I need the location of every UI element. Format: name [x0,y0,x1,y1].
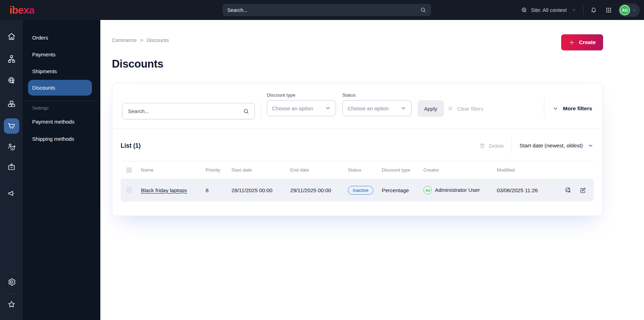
cell-modified: 03/06/2025 11:26 [497,187,562,193]
create-button[interactable]: Create [561,34,603,50]
chevron-down-icon [552,105,559,112]
breadcrumb-separator: > [140,37,143,43]
menu-item-orders[interactable]: Orders [28,30,92,46]
clear-filters-button[interactable]: Clear filters [447,100,484,117]
chevron-down-icon [400,105,407,111]
delete-label: Delete [489,143,504,149]
trash-icon [479,142,486,149]
main-content: Commerce > Discounts Create Discounts Di… [100,20,644,320]
discount-type-filter: Discount type Choose an option [267,92,336,116]
filter-search-input[interactable] [128,108,243,114]
select-all-checkbox[interactable] [126,167,132,173]
status-value: Choose an option [348,105,389,111]
home-icon[interactable] [7,32,16,41]
more-filters-label: More filters [563,105,592,112]
notifications-bell-icon[interactable] [590,7,597,14]
globe-icon [521,7,528,14]
sort-label: Start date (newest, oldest) [520,142,583,149]
column-header-priority: Priority [206,167,231,173]
chevron-down-icon [587,142,594,149]
menu-item-shipments[interactable]: Shipments [28,63,92,79]
column-header-status: Status [348,167,382,173]
clear-filters-label: Clear filters [457,106,484,112]
id-badge-icon[interactable] [7,162,16,172]
page-title: Discounts [112,58,603,70]
plus-icon [568,39,575,46]
segments-target-icon[interactable] [7,142,16,152]
search-icon [420,7,427,13]
global-search-input[interactable] [227,7,420,13]
rail-divider [4,294,19,294]
discount-type-select[interactable]: Choose an option [267,100,336,116]
discounts-card: Discount type Choose an option Status Ch… [112,83,603,216]
status-label: Status [342,92,412,98]
create-button-label: Create [579,39,596,46]
more-filters-button[interactable]: More filters [552,100,592,117]
site-preview-globe-icon[interactable] [7,76,16,85]
cell-priority: 8 [206,187,231,193]
commerce-cart-icon [7,121,16,131]
list-title: List (1) [121,142,141,149]
column-header-name: Name [141,167,206,173]
menu-section-label: Settings [32,105,49,111]
products-boxes-icon[interactable] [7,99,16,109]
filter-bar: Discount type Choose an option Status Ch… [112,83,603,129]
filter-divider [261,101,261,119]
preview-disabled-icon[interactable] [564,186,572,194]
apply-button[interactable]: Apply [418,100,444,117]
discount-type-value: Choose an option [272,105,313,111]
commerce-submenu: Orders Payments Shipments Discounts Sett… [23,20,100,320]
site-context-label: Site: All context [531,7,567,13]
filter-search [122,103,255,119]
menu-item-payment-methods[interactable]: Payment methods [28,114,92,130]
commerce-nav-active[interactable] [4,118,19,134]
cell-end-date: 29/11/2025 00:00 [290,187,348,193]
sitemap-icon[interactable] [7,54,16,64]
breadcrumb: Commerce > Discounts [112,34,169,43]
list-section: List (1) Delete Start date (newest, olde… [112,129,603,216]
main-nav-rail [0,20,23,320]
column-header-modified: Modified [497,167,562,173]
edit-icon[interactable] [579,186,587,194]
filter-divider [544,98,544,117]
avatar: AU [620,5,630,15]
chevron-down-icon [325,105,331,111]
breadcrumb-discounts[interactable]: Discounts [146,37,169,43]
chevron-down-icon [632,8,637,13]
status-badge: Inactive [348,186,373,195]
cell-start-date: 28/11/2025 00:00 [231,187,290,193]
table-row: Black friday laptops 8 28/11/2025 00:00 … [121,179,594,202]
app-grid-icon[interactable] [605,7,612,14]
column-header-end-date: End date [290,167,348,173]
chevron-down-icon [571,7,577,13]
topbar: ibexa Site: All context AU [0,0,644,20]
settings-gear-icon[interactable] [7,277,16,287]
search-icon [243,108,250,115]
ibexa-logo[interactable]: ibexa [9,4,35,16]
column-header-start-date: Start date [231,167,290,173]
megaphone-icon[interactable] [7,189,16,199]
row-checkbox[interactable] [126,187,132,193]
user-menu[interactable]: AU [618,4,640,17]
site-context-selector[interactable]: Site: All context [521,7,577,14]
bookmarks-star-icon[interactable] [7,300,16,309]
status-filter: Status Choose an option [342,92,412,116]
cell-discount-type: Percentage [382,187,423,193]
menu-item-discounts[interactable]: Discounts [28,80,92,96]
column-header-discount-type: Discount type [382,167,423,173]
breadcrumb-commerce[interactable]: Commerce [112,37,137,43]
menu-item-payments[interactable]: Payments [28,47,92,62]
discount-type-label: Discount type [267,92,336,98]
global-search [223,4,431,16]
status-select[interactable]: Choose an option [342,100,412,116]
menu-item-shipping-methods[interactable]: Shipping methods [28,131,92,147]
rail-divider [4,272,19,273]
topbar-divider [583,6,584,15]
creator-avatar: AU [423,186,432,194]
creator-name: Administrator User [435,187,480,193]
list-divider [511,137,512,154]
delete-button[interactable]: Delete [479,142,504,149]
sort-dropdown[interactable]: Start date (newest, oldest) [520,142,594,149]
column-header-creator: Creator [423,167,497,173]
discount-name-link[interactable]: Black friday laptops [141,187,187,193]
